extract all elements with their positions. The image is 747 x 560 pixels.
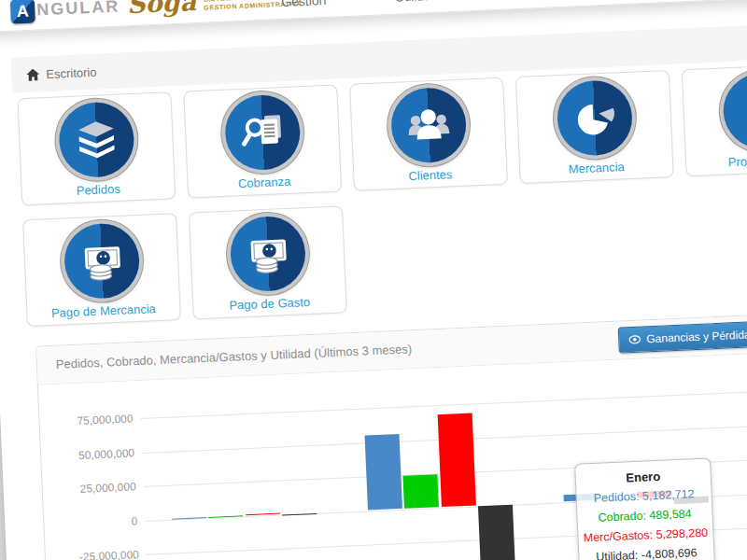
app-logo: A NGULAR Soga SISTEMA ONLINE DE GESTION …	[10, 0, 303, 24]
tile-mercancia[interactable]: Mercancia	[515, 70, 674, 184]
money-icon	[63, 222, 140, 300]
bar-utilidad-diciembre[interactable]	[478, 504, 515, 560]
users-icon	[389, 87, 467, 164]
tile-label: Mercancia	[520, 158, 672, 178]
brand-name: NGULAR	[36, 0, 120, 20]
bar-cobrado-noviembre[interactable]	[208, 515, 243, 518]
tile-proveedores[interactable]: Proveedores	[682, 63, 747, 176]
nav-item-gestion[interactable]: Gestión	[281, 0, 327, 9]
tile-pago-mercancia[interactable]: Pago de Mercancia	[22, 213, 181, 327]
tile-label: Pago de Gasto	[193, 293, 345, 314]
breadcrumb-item-escritorio: Escritorio	[46, 64, 97, 80]
search-document-icon	[223, 93, 301, 171]
pie-chart-icon	[556, 79, 633, 157]
tiles-row-2: Pago de Mercancia Pago de Gasto	[22, 205, 347, 327]
chart-tooltip: Enero Pedidos: 5,182,712 Cobrado: 489,58…	[574, 457, 715, 560]
bar-utilidad-noviembre[interactable]	[282, 512, 317, 515]
nav-item-utilidades[interactable]: Utilidades	[395, 0, 453, 5]
gains-losses-button-label: Ganancias y Pérdidas	[646, 328, 747, 345]
tile-label: Cobranza	[188, 172, 340, 192]
brand-script-name: Soga	[126, 0, 196, 19]
logo-a-icon: A	[10, 0, 35, 23]
bar-mercgastos-noviembre[interactable]	[246, 512, 280, 515]
screen: A NGULAR Soga SISTEMA ONLINE DE GESTION …	[0, 0, 747, 560]
tile-cobranza[interactable]: Cobranza	[183, 84, 342, 198]
layers-icon	[57, 101, 134, 178]
bar-pedidos-diciembre[interactable]	[365, 434, 402, 511]
tile-clientes[interactable]: Clientes	[349, 77, 508, 191]
tile-label: Clientes	[354, 165, 506, 186]
bar-mercgastos-diciembre[interactable]	[437, 413, 475, 508]
tile-pedidos[interactable]: Pedidos	[17, 91, 176, 205]
money-icon	[229, 215, 306, 292]
tools-icon	[722, 72, 747, 149]
bar-cobrado-diciembre[interactable]	[403, 475, 439, 510]
chart-area: 75,000,000 50,000,000 25,000,000 0 -25,0…	[38, 352, 747, 560]
tile-label: Pago de Mercancia	[27, 301, 179, 321]
eye-icon	[628, 335, 641, 345]
gains-losses-button[interactable]: Ganancias y Pérdidas	[618, 321, 747, 354]
bar-pedidos-noviembre[interactable]	[172, 517, 206, 520]
home-icon	[26, 68, 40, 81]
page-sheet: A NGULAR Soga SISTEMA ONLINE DE GESTION …	[0, 0, 747, 560]
top-navbar: A NGULAR Soga SISTEMA ONLINE DE GESTION …	[0, 0, 747, 33]
tile-label: Pedidos	[22, 179, 175, 200]
chart-panel: Pedidos, Cobrado, Mercancia/Gastos y Uti…	[35, 313, 747, 560]
tile-label: Proveedores	[686, 150, 747, 171]
tile-pago-gasto[interactable]: Pago de Gasto	[189, 205, 347, 319]
